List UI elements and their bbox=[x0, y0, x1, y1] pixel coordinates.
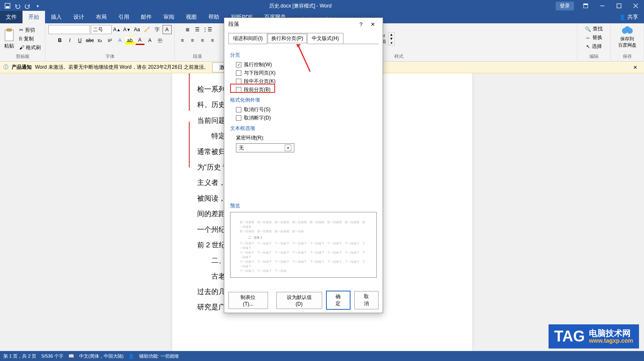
tab-references[interactable]: 引用 bbox=[113, 11, 135, 23]
expand-icon[interactable]: ▾ bbox=[388, 41, 394, 45]
group-label: 字体 bbox=[48, 52, 172, 60]
replace-icon: ↔ bbox=[586, 35, 591, 41]
tab-review[interactable]: 审阅 bbox=[158, 11, 180, 23]
strike-icon[interactable]: abc bbox=[85, 36, 95, 45]
shrink-font-icon[interactable]: A▼ bbox=[123, 25, 132, 34]
cancel-button[interactable]: 取消 bbox=[354, 291, 378, 309]
status-words[interactable]: 5/536 个字 bbox=[41, 353, 63, 359]
tabs-button[interactable]: 制表位(T)... bbox=[228, 292, 268, 309]
tab-file[interactable]: 文件 bbox=[0, 11, 23, 23]
undo-icon[interactable] bbox=[13, 2, 22, 10]
brush-icon: 🖌 bbox=[19, 45, 24, 50]
numbering-icon[interactable]: ☰ bbox=[193, 25, 202, 34]
multilevel-icon[interactable]: ⋮☰ bbox=[203, 25, 212, 34]
align-right-icon[interactable]: ≡ bbox=[198, 36, 207, 45]
maximize-icon[interactable] bbox=[611, 0, 627, 12]
align-justify-icon[interactable]: ≡ bbox=[208, 36, 217, 45]
italic-icon[interactable]: I bbox=[65, 36, 75, 45]
share-button[interactable]: 👤共享 bbox=[613, 11, 644, 23]
dialog-titlebar: 段落 ? ✕ bbox=[224, 18, 383, 30]
tab-help[interactable]: 帮助 bbox=[203, 11, 225, 23]
status-page[interactable]: 第 1 页，共 2 页 bbox=[3, 353, 36, 359]
font-color-icon[interactable]: A bbox=[135, 36, 145, 45]
find-button[interactable]: 🔍查找 bbox=[583, 25, 604, 33]
login-button[interactable]: 登录 bbox=[556, 2, 574, 10]
char-shading-icon[interactable]: A bbox=[145, 36, 155, 45]
svg-rect-8 bbox=[5, 30, 13, 41]
grow-font-icon[interactable]: A▲ bbox=[113, 25, 122, 34]
superscript-icon[interactable]: x² bbox=[105, 36, 115, 45]
char-border-icon[interactable]: A bbox=[163, 25, 172, 34]
redo-icon[interactable] bbox=[23, 2, 32, 10]
tab-design[interactable]: 设计 bbox=[68, 11, 90, 23]
checkbox-page-break-before[interactable]: 段前分页(B) bbox=[236, 86, 377, 93]
cut-button[interactable]: ✂剪切 bbox=[18, 26, 43, 34]
close-window-icon[interactable] bbox=[627, 0, 644, 12]
status-lang[interactable]: 中文(简体，中国大陆) bbox=[79, 353, 123, 359]
dialog-title: 段落 bbox=[228, 20, 239, 28]
font-size-select[interactable] bbox=[91, 25, 112, 34]
ribbon-options-icon[interactable] bbox=[577, 0, 594, 12]
checkbox-keep-lines[interactable]: 段中不分页(K) bbox=[236, 78, 377, 85]
change-case-icon[interactable]: Aa bbox=[133, 25, 142, 34]
checkbox-suppress-line[interactable]: 取消行号(S) bbox=[236, 106, 377, 113]
select-button[interactable]: ↖选择 bbox=[584, 42, 604, 50]
status-accessibility[interactable]: 辅助功能: 一切就绪 bbox=[139, 353, 178, 359]
dialog-help-icon[interactable]: ? bbox=[355, 18, 367, 30]
dialog-close-icon[interactable]: ✕ bbox=[367, 18, 378, 30]
bold-icon[interactable]: B bbox=[55, 36, 65, 45]
checkbox-icon bbox=[236, 79, 241, 84]
section-preview: 预览 bbox=[230, 202, 377, 209]
underline-icon[interactable]: U bbox=[75, 36, 85, 45]
format-painter-button[interactable]: 🖌格式刷 bbox=[18, 44, 43, 52]
chevron-up-icon[interactable]: ▲ bbox=[388, 32, 394, 37]
dialog-tab-page[interactable]: 换行和分页(P) bbox=[267, 33, 308, 44]
paragraph-dialog: 段落 ? ✕ 缩进和间距(I) 换行和分页(P) 中文版式(H) 分页 ✓孤行控… bbox=[224, 17, 383, 313]
replace-button[interactable]: ↔替换 bbox=[584, 34, 604, 42]
dialog-tab-indent[interactable]: 缩进和间距(I) bbox=[228, 33, 267, 44]
chevron-down-icon[interactable]: ▼ bbox=[388, 37, 394, 41]
group-font: A▲ A▼ Aa 🧹 字 A B I U abc x₂ x² A ab A A … bbox=[45, 23, 175, 61]
group-paragraph: ≣ ☰ ⋮☰ ≡ ≡ ≡ ≡ 段落 bbox=[175, 23, 221, 61]
change-bar bbox=[189, 73, 190, 111]
tab-home[interactable]: 开始 bbox=[23, 11, 45, 23]
checkbox-icon bbox=[236, 107, 241, 112]
tab-view[interactable]: 视图 bbox=[180, 11, 203, 23]
tab-insert[interactable]: 插入 bbox=[45, 11, 68, 23]
share-icon: 👤 bbox=[619, 14, 626, 20]
text-effects-icon[interactable]: A bbox=[115, 36, 125, 45]
font-family-select[interactable] bbox=[48, 25, 90, 34]
minimize-icon[interactable] bbox=[594, 0, 611, 12]
close-notice-icon[interactable]: ✕ bbox=[630, 65, 641, 70]
tab-layout[interactable]: 布局 bbox=[90, 11, 113, 23]
checkbox-icon bbox=[236, 70, 241, 76]
checkbox-keep-next[interactable]: 与下段同页(X) bbox=[236, 70, 377, 77]
enclose-char-icon[interactable]: ㊥ bbox=[155, 36, 165, 45]
wrap-select[interactable]: 无▾ bbox=[236, 143, 294, 152]
default-button[interactable]: 设为默认值(D) bbox=[276, 292, 322, 309]
phonetic-icon[interactable]: 字 bbox=[153, 25, 162, 34]
save-icon[interactable] bbox=[3, 2, 12, 10]
align-center-icon[interactable]: ≡ bbox=[188, 36, 197, 45]
section-pagination: 分页 bbox=[230, 52, 377, 59]
qat-more-icon[interactable]: ▾ bbox=[33, 2, 42, 10]
status-spell-icon[interactable]: 📖 bbox=[68, 354, 74, 359]
highlight-icon[interactable]: ab bbox=[125, 36, 135, 45]
checkbox-widow[interactable]: ✓孤行控制(W) bbox=[236, 61, 377, 68]
save-cloud-button[interactable]: 保存到 百度网盘 bbox=[618, 36, 636, 48]
checkbox-no-hyphen[interactable]: 取消断字(D) bbox=[236, 115, 377, 122]
style-scroll[interactable]: ▲▼▾ bbox=[388, 32, 395, 45]
subscript-icon[interactable]: x₂ bbox=[95, 36, 105, 45]
align-left-icon[interactable]: ≡ bbox=[178, 36, 187, 45]
notice-tag: 产品通知 bbox=[12, 64, 32, 71]
svg-point-12 bbox=[624, 26, 630, 32]
tab-mailings[interactable]: 邮件 bbox=[135, 11, 158, 23]
bullets-icon[interactable]: ≣ bbox=[183, 25, 192, 34]
clear-format-icon[interactable]: 🧹 bbox=[143, 25, 152, 34]
dialog-tab-cjk[interactable]: 中文版式(H) bbox=[307, 33, 343, 44]
copy-button[interactable]: ⎘复制 bbox=[18, 35, 43, 43]
ok-button[interactable]: 确定 bbox=[326, 291, 351, 309]
svg-rect-3 bbox=[584, 4, 588, 5]
group-label: 编辑 bbox=[580, 52, 608, 60]
paste-button[interactable]: 粘贴 bbox=[3, 27, 16, 50]
